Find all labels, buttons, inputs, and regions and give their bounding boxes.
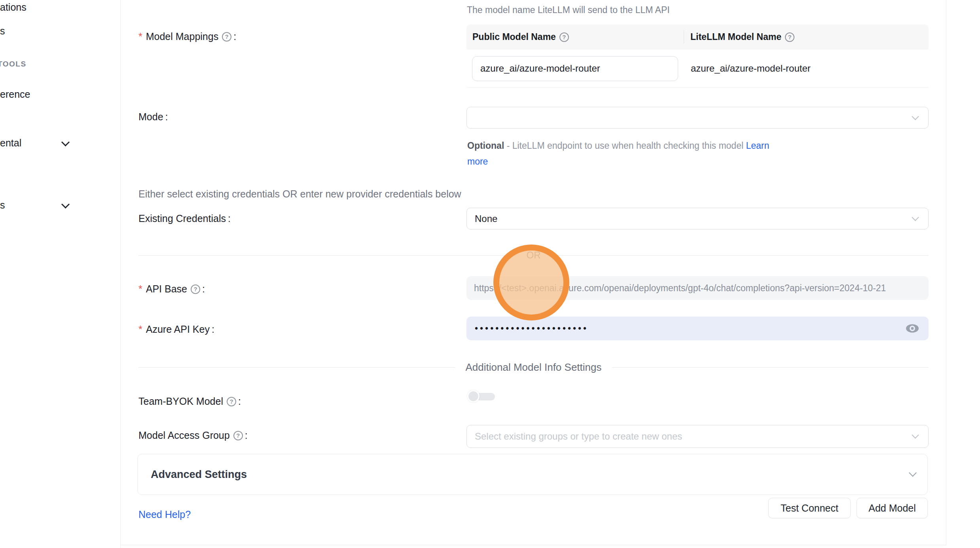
sidebar-item-label: erence (0, 89, 30, 100)
existing-credentials-select[interactable]: None (466, 208, 929, 229)
chevron-down-icon (909, 469, 917, 477)
model-access-group-placeholder: Select existing groups or type to create… (467, 431, 682, 442)
mode-label: Mode : (138, 111, 168, 123)
existing-credentials-label: Existing Credentials : (138, 213, 231, 224)
model-mappings-label: * Model Mappings ? : (138, 31, 236, 42)
api-base-value: https://<test>.openai.azure.com/openai/d… (466, 283, 886, 294)
eye-icon[interactable] (906, 322, 919, 335)
model-name-helper-text: The model name LiteLLM will send to the … (467, 5, 670, 15)
credentials-note: Either select existing credentials OR en… (138, 188, 461, 200)
mode-helper-text: Optional - LiteLLM endpoint to use when … (467, 138, 926, 169)
sidebar: ations s TOOLS erence ental s (0, 0, 121, 548)
model-access-group-select[interactable]: Select existing groups or type to create… (466, 425, 929, 448)
litellm-model-name-value: azure_ai/azure-model-router (678, 63, 811, 74)
required-asterisk: * (138, 283, 142, 295)
sidebar-item-label: s (0, 25, 5, 37)
column-divider (684, 30, 684, 44)
advanced-settings-panel[interactable]: Advanced Settings (137, 454, 928, 495)
public-model-name-input[interactable] (472, 56, 678, 81)
existing-credentials-value: None (467, 213, 497, 224)
team-byok-label: Team-BYOK Model ? : (138, 396, 241, 407)
divider-line (612, 367, 929, 368)
learn-more-link[interactable]: more (467, 156, 488, 167)
column-header-public-model-name: Public Model Name ? (466, 32, 684, 42)
help-icon[interactable]: ? (559, 32, 569, 42)
additional-settings-divider-text: Additional Model Info Settings (455, 361, 612, 374)
table-header-row: Public Model Name ? LiteLLM Model Name ? (466, 25, 929, 49)
toggle-knob (467, 390, 480, 402)
model-mappings-table: Public Model Name ? LiteLLM Model Name ?… (466, 25, 929, 88)
additional-settings-divider: Additional Model Info Settings (138, 359, 929, 375)
learn-more-link[interactable]: Learn (746, 140, 769, 151)
azure-api-key-input[interactable]: •••••••••••••••••••••• (466, 317, 929, 340)
chevron-down-icon (912, 113, 919, 120)
chevron-down-icon (912, 214, 919, 221)
divider-line (138, 367, 455, 368)
help-icon[interactable]: ? (785, 32, 794, 42)
test-connect-button[interactable]: Test Connect (768, 498, 851, 518)
table-row: azure_ai/azure-model-router (466, 49, 929, 88)
azure-api-key-label: * Azure API Key : (138, 324, 214, 335)
chevron-down-icon[interactable] (61, 138, 70, 146)
chevron-down-icon (912, 431, 919, 438)
add-model-form: The model name LiteLLM will send to the … (121, 0, 946, 545)
model-access-group-label: Model Access Group ? : (138, 430, 248, 441)
help-icon[interactable]: ? (233, 431, 243, 440)
sidebar-item-label: ental (0, 137, 21, 149)
advanced-settings-title: Advanced Settings (138, 468, 247, 481)
chevron-down-icon[interactable] (61, 200, 70, 209)
masked-api-key: •••••••••••••••••••••• (466, 323, 588, 334)
team-byok-toggle[interactable] (467, 390, 495, 403)
sidebar-item-organizations[interactable]: ations (0, 2, 27, 13)
sidebar-item-experimental[interactable]: ental (0, 137, 21, 149)
help-icon[interactable]: ? (227, 397, 236, 406)
required-asterisk: * (138, 31, 142, 42)
sidebar-item-label: s (0, 199, 5, 211)
page: ations s TOOLS erence ental s The model … (0, 0, 980, 548)
or-divider-text: OR (516, 250, 551, 261)
sidebar-item[interactable]: s (0, 25, 5, 37)
mode-select[interactable] (466, 107, 929, 129)
help-icon[interactable]: ? (191, 284, 200, 294)
divider-line (138, 255, 516, 256)
or-divider: OR (138, 247, 929, 263)
sidebar-section-tools: TOOLS (0, 60, 27, 68)
sidebar-item-api-reference[interactable]: erence (0, 89, 30, 100)
sidebar-item-settings[interactable]: s (0, 199, 5, 211)
api-base-label: * API Base ? : (138, 283, 205, 295)
need-help-link[interactable]: Need Help? (138, 509, 191, 520)
sidebar-item-label: ations (0, 2, 27, 13)
required-asterisk: * (138, 324, 142, 335)
column-header-litellm-model-name: LiteLLM Model Name ? (684, 32, 794, 42)
help-icon[interactable]: ? (222, 32, 231, 42)
divider-line (551, 255, 929, 256)
add-model-button[interactable]: Add Model (857, 498, 928, 518)
api-base-input[interactable]: https://<test>.openai.azure.com/openai/d… (466, 276, 929, 300)
